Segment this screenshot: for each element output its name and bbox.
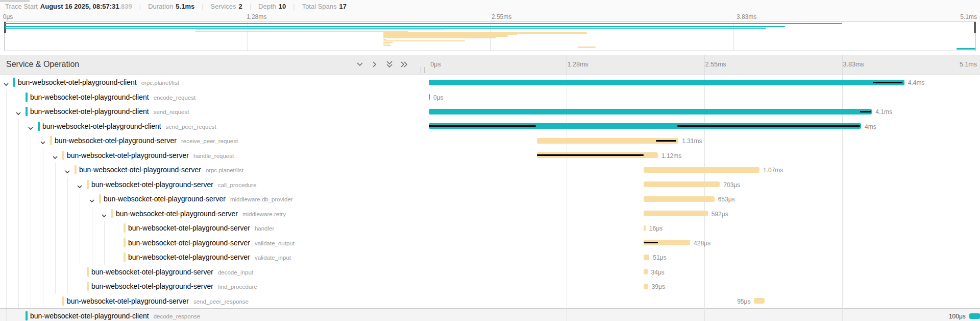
span-bar[interactable]	[644, 284, 648, 289]
span-bar[interactable]	[644, 196, 714, 202]
operation-name: decode_response	[154, 313, 200, 319]
span-row[interactable]: bun-websocket-otel-playground-serverrece…	[0, 133, 980, 148]
column-resize-handle[interactable]	[421, 67, 425, 73]
tree-guide-line	[6, 163, 7, 177]
span-row[interactable]: bun-websocket-otel-playground-clientdeco…	[0, 308, 980, 321]
span-row[interactable]: bun-websocket-otel-playground-clientenco…	[0, 90, 980, 105]
tree-guide-line	[18, 148, 19, 163]
tree-guide-line	[92, 236, 92, 250]
span-row[interactable]: bun-websocket-otel-playground-servercall…	[0, 177, 980, 192]
span-row[interactable]: bun-websocket-otel-playground-serverfind…	[0, 279, 980, 294]
service-name: bun-websocket-otel-playground-serverrece…	[55, 136, 238, 145]
span-bar[interactable]	[644, 167, 760, 173]
span-bar[interactable]	[644, 211, 707, 216]
chevron-down-icon[interactable]	[89, 196, 95, 205]
span-row[interactable]: bun-websocket-otel-playground-serverorpc…	[0, 163, 980, 177]
span-duration-label: 16μs	[649, 225, 663, 232]
tree-guide-line	[80, 250, 80, 265]
minimap-span-bar	[957, 48, 975, 50]
timeline-tick-label: 0μs	[430, 61, 440, 68]
collapse-one-icon[interactable]	[371, 60, 379, 68]
timeline-tick-label: 2.55ms	[705, 61, 726, 68]
span-row[interactable]: bun-websocket-otel-playground-serverhand…	[0, 148, 980, 163]
chevron-down-icon[interactable]	[64, 167, 70, 176]
chevron-down-icon[interactable]	[40, 138, 46, 147]
chevron-down-icon[interactable]	[15, 109, 21, 118]
span-duration-label: 4.4ms	[908, 79, 925, 86]
span-row[interactable]: bun-websocket-otel-playground-clientsend…	[0, 119, 980, 134]
span-row[interactable]: bun-websocket-otel-playground-serversend…	[0, 294, 980, 309]
operation-name: receive_peer_request	[181, 138, 238, 144]
span-row[interactable]: bun-websocket-otel-playground-servervali…	[0, 236, 980, 250]
chevron-down-icon[interactable]	[3, 80, 9, 89]
span-row[interactable]: bun-websocket-otel-playground-serverhand…	[0, 221, 980, 236]
trace-depth: Depth 10	[258, 3, 286, 10]
minimap-span-bar	[383, 42, 393, 43]
minimap-right-handle[interactable]	[974, 22, 976, 33]
trace-start: Trace Start August 16 2025, 08:57:31.839	[5, 3, 132, 10]
expand-one-icon[interactable]	[356, 60, 364, 68]
chevron-down-icon[interactable]	[101, 211, 107, 220]
tree-guide-line	[18, 294, 19, 309]
span-bar[interactable]	[644, 255, 649, 260]
tree-guide-line	[6, 104, 7, 119]
minimap-span-bar	[383, 39, 386, 40]
span-row[interactable]: bun-websocket-otel-playground-clientsend…	[0, 104, 980, 119]
tree-guide-line	[43, 207, 43, 221]
tree-guide-line	[6, 119, 7, 134]
tree-guide-line	[6, 279, 7, 294]
span-bar[interactable]	[429, 109, 872, 114]
minimap-tick-label: 2.55ms	[492, 13, 511, 20]
tree-guide-line	[67, 192, 68, 207]
tree-guide-line	[67, 279, 68, 294]
service-name: bun-websocket-otel-playground-clientorpc…	[18, 78, 179, 86]
tree-guide-line	[67, 236, 68, 250]
service-name: bun-websocket-otel-playground-serversend…	[67, 297, 249, 305]
collapse-all-icon[interactable]	[400, 60, 408, 68]
tree-guide-line	[31, 294, 31, 309]
service-name: bun-websocket-otel-playground-serverorpc…	[79, 166, 243, 174]
span-bar[interactable]	[429, 80, 904, 85]
span-row[interactable]: bun-websocket-otel-playground-servermidd…	[0, 192, 980, 207]
tree-guide-line	[31, 207, 31, 221]
separator: |	[250, 3, 251, 10]
timeline-gridline	[567, 55, 567, 75]
span-row[interactable]: bun-websocket-otel-playground-servervali…	[0, 250, 980, 265]
operation-name: middleware.db_provider	[230, 196, 293, 202]
operation-name: call_procedure	[218, 182, 256, 188]
tree-guide-line	[55, 221, 56, 236]
span-row[interactable]: bun-websocket-otel-playground-servermidd…	[0, 207, 980, 221]
span-bar[interactable]	[754, 298, 764, 304]
chevron-down-icon[interactable]	[28, 124, 34, 133]
span-row[interactable]: bun-websocket-otel-playground-serverdeco…	[0, 265, 980, 280]
tree-guide-line	[18, 177, 19, 192]
trace-minimap[interactable]	[4, 21, 976, 51]
span-bar[interactable]	[969, 313, 980, 319]
tree-guide-line	[31, 148, 31, 163]
tree-guide-line	[18, 250, 19, 265]
critical-path-segment	[677, 125, 860, 127]
service-color-marker	[62, 296, 64, 306]
duration-label: Duration	[148, 3, 173, 10]
trace-start-value: August 16 2025, 08:57:31.839	[40, 3, 132, 10]
tree-guide-line	[43, 236, 43, 250]
tree-guide-line	[43, 192, 43, 207]
chevron-down-icon[interactable]	[77, 182, 83, 191]
separator: |	[202, 3, 203, 10]
minimap-span-bar	[383, 45, 391, 47]
span-row[interactable]: bun-websocket-otel-playground-clientorpc…	[0, 75, 980, 90]
span-duration-label: 653μs	[718, 196, 735, 203]
critical-path-segment	[873, 82, 902, 83]
span-bar[interactable]	[644, 225, 645, 231]
span-bar[interactable]	[644, 181, 720, 187]
span-bar[interactable]	[644, 269, 647, 274]
tree-guide-line	[55, 177, 56, 192]
service-name: bun-websocket-otel-playground-clientdeco…	[30, 312, 200, 320]
chevron-down-icon[interactable]	[52, 153, 58, 162]
minimap-span-bar	[195, 31, 408, 32]
expand-all-icon[interactable]	[385, 60, 394, 68]
tree-guide-line	[31, 236, 31, 250]
column-divider	[429, 55, 429, 321]
tree-guide-line	[80, 192, 80, 207]
service-color-marker	[124, 253, 126, 262]
